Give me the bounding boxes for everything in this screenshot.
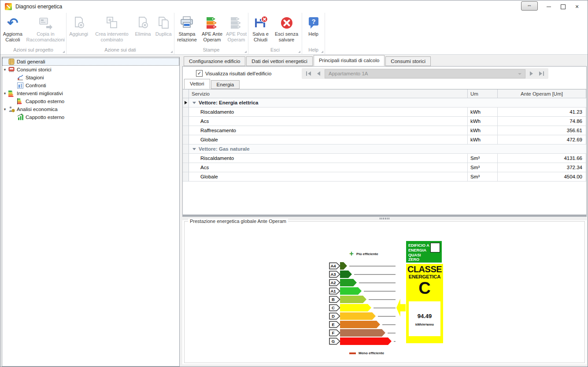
tree-item-dati-generali[interactable]: Dati generali xyxy=(2,58,179,66)
nav-next-button[interactable] xyxy=(527,69,537,78)
class-guide-line xyxy=(394,341,396,342)
subtab-vettori[interactable]: Vettori xyxy=(184,79,210,89)
energy-class-row-b: B xyxy=(329,296,340,303)
class-label-tag: E xyxy=(329,321,340,328)
column-header-ante-operam-um[interactable]: Ante Operam [Um] xyxy=(498,89,586,98)
nzeb-badge: EDIFICIO A ENERGIA QUASI ZERO xyxy=(406,241,442,263)
more-efficient-label: +Più efficiente xyxy=(349,251,378,257)
printer-icon xyxy=(179,15,195,31)
table-row-globale[interactable]: GlobaleSm³4504.00 xyxy=(183,172,586,182)
class-bar-e xyxy=(340,321,380,328)
help-button[interactable]: ?Help xyxy=(304,14,323,46)
tree-item-interventi-migliorativi[interactable]: ▾Interventi migliorativi xyxy=(2,89,179,97)
exit-error-icon xyxy=(279,15,295,31)
dialog-launcher-icon[interactable] xyxy=(321,51,323,53)
button-label: Crea interventocombinato xyxy=(95,31,128,43)
salva-e-chiudi-button[interactable]: Salva eChiudi xyxy=(249,14,272,46)
main-panel: Configurazione edificioDati dei vettori … xyxy=(182,54,588,367)
minus-icon xyxy=(349,352,356,354)
energy-class-row-a1: A1 xyxy=(329,287,340,295)
nzeb-checkbox[interactable] xyxy=(430,243,440,252)
collapse-group-icon[interactable] xyxy=(192,148,196,150)
energy-class-row-a4: A4 xyxy=(329,262,340,270)
tree-item-consumi-storici[interactable]: ▾Consumi storici xyxy=(2,66,179,74)
button-label: Copia inRaccomandazioni xyxy=(26,31,65,43)
expander-icon[interactable]: ▾ xyxy=(2,91,7,96)
class-label-tag: A3 xyxy=(329,271,340,278)
tab-dati-dei-vettori-energetici[interactable]: Dati dei vettori energetici xyxy=(246,56,313,66)
tree-item-stagioni[interactable]: Stagioni xyxy=(2,74,179,82)
column-header-um[interactable]: Um xyxy=(468,89,498,98)
ape-ante-operam-button[interactable]: APE AnteOperam xyxy=(200,14,225,46)
tree-item-cappotto-esterno[interactable]: Cappotto esterno xyxy=(2,97,179,105)
table-row-globale[interactable]: GlobalekWh472.69 xyxy=(183,135,586,145)
dialog-launcher-icon[interactable] xyxy=(63,51,65,53)
dialog-launcher-icon[interactable] xyxy=(170,51,173,53)
checkbox-label: Visualizza risultati dell'edificio xyxy=(205,71,271,76)
class-bar-d xyxy=(340,312,376,320)
dialog-launcher-icon[interactable] xyxy=(298,51,300,53)
class-label-tag: A1 xyxy=(329,287,340,295)
nav-first-button[interactable] xyxy=(303,69,313,78)
svg-text:G: G xyxy=(332,339,335,344)
collapse-group-icon[interactable] xyxy=(192,102,196,104)
esci-senza-salvare-button[interactable]: Esci senzasalvare xyxy=(272,14,301,46)
tree-item-label: Cappotto esterno xyxy=(26,99,64,104)
app-icon xyxy=(5,3,12,10)
expander-icon[interactable]: ▾ xyxy=(2,107,7,111)
cell-servizio: Riscaldamento xyxy=(189,154,468,163)
cell-um: kWh xyxy=(468,108,498,117)
class-guide-line xyxy=(382,324,396,325)
apartment-selector[interactable]: Appartamento 1A xyxy=(325,69,525,78)
svg-text:D: D xyxy=(332,314,335,319)
table-row-raffrescamento[interactable]: RaffrescamentokWh356.61 xyxy=(183,126,586,135)
subtab-energia[interactable]: Energia xyxy=(211,80,240,89)
tree-item-analisi-economica[interactable]: ▾$Analisi economica xyxy=(2,105,179,113)
expander-icon[interactable]: ▾ xyxy=(2,67,7,72)
tree-item-cappotto-esterno[interactable]: Cappotto esterno xyxy=(2,113,179,121)
energy-unit: kWh/m²anno xyxy=(409,323,440,326)
minimize-button[interactable] xyxy=(542,0,556,13)
class-guide-line xyxy=(378,316,396,317)
aggiorna-calcoli-button[interactable]: ↶AggiornaCalcoli xyxy=(0,14,25,46)
ribbon-group-stampe: StamparelazioneAPE AnteOperamAPE PostOpe… xyxy=(174,13,248,54)
tab-consumi-storici[interactable]: Consumi storici xyxy=(385,56,431,66)
ape-tags-icon xyxy=(204,15,220,31)
close-button[interactable]: × xyxy=(570,0,584,13)
table-group-row[interactable]: Vettore: Gas naturale xyxy=(183,145,586,154)
table-group-row[interactable]: Vettore: Energia elettrica xyxy=(183,98,586,108)
class-bar-a4 xyxy=(340,262,347,270)
energy-class-row-e: E xyxy=(329,321,340,328)
svg-text:A2: A2 xyxy=(330,280,336,285)
class-bar-f xyxy=(340,329,385,337)
maximize-button[interactable] xyxy=(556,0,570,13)
ribbon-group-help: ?HelpHelp xyxy=(302,13,325,54)
tab-principali-risultati-di-calcolo[interactable]: Principali risultati di calcolo xyxy=(314,55,385,66)
aggiungi-button: Aggiungi xyxy=(67,14,91,46)
minimize-icon xyxy=(547,7,551,7)
show-building-results-checkbox[interactable]: ✓ xyxy=(196,70,203,77)
resize-handle-button[interactable]: ⇔ xyxy=(521,1,538,11)
table-row-acs[interactable]: AcskWh74.86 xyxy=(183,117,586,126)
class-guide-line xyxy=(349,266,396,267)
table-row-riscaldamento[interactable]: RiscaldamentokWh41.23 xyxy=(183,108,586,117)
tree-item-confronti[interactable]: Confronti xyxy=(2,82,179,89)
table-row-riscaldamento[interactable]: RiscaldamentoSm³4131.66 xyxy=(183,154,586,163)
stampa-relazione-button[interactable]: Stamparelazione xyxy=(174,14,200,46)
svg-text:C: C xyxy=(332,305,335,310)
class-value-box: 94.49kWh/m²anno xyxy=(409,301,440,336)
tab-configurazione-edificio[interactable]: Configurazione edificio xyxy=(184,56,245,66)
class-label-tag: C xyxy=(329,304,340,311)
nav-last-button[interactable] xyxy=(537,69,547,78)
table-row-acs[interactable]: AcsSm³372.34 xyxy=(183,163,586,172)
column-header-servizio[interactable]: Servizio xyxy=(189,89,468,98)
cell-ante-operam: 41.23 xyxy=(498,108,586,117)
cell-ante-operam: 472.69 xyxy=(498,135,586,145)
dialog-launcher-icon[interactable] xyxy=(244,51,247,53)
energy-performance-groupbox: Prestazione energetica globale Ante Oper… xyxy=(184,221,585,363)
nav-previous-button[interactable] xyxy=(313,69,323,78)
horizontal-splitter[interactable] xyxy=(182,215,587,217)
svg-text:E: E xyxy=(332,322,334,327)
button-label: Help xyxy=(308,31,318,37)
table-header-row: ServizioUmAnte Operam [Um] xyxy=(183,89,586,98)
